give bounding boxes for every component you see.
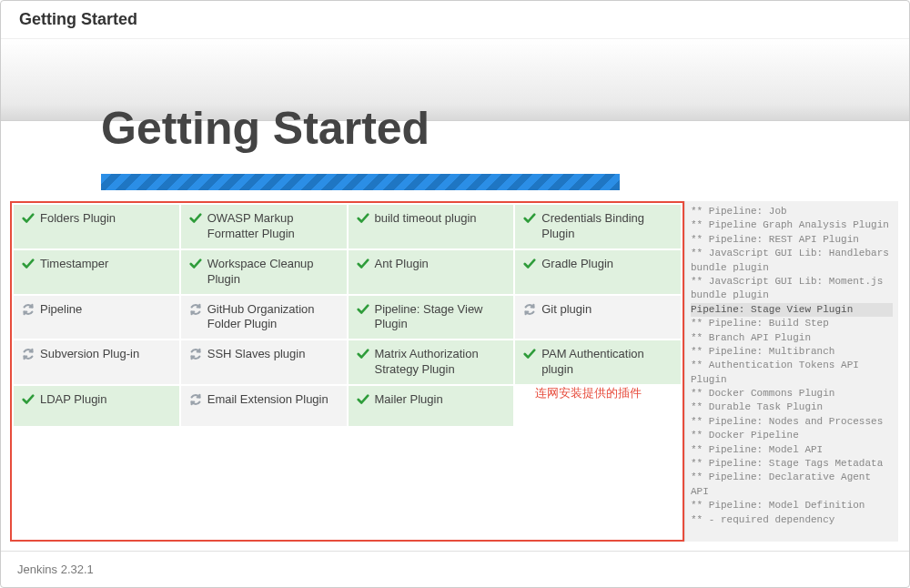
check-icon [523, 212, 536, 225]
plugin-name: build timeout plugin [375, 211, 477, 227]
refresh-icon [22, 303, 35, 316]
log-line: ** - required dependency [691, 513, 893, 527]
version-label: Jenkins 2.32.1 [17, 563, 94, 576]
check-icon [357, 348, 369, 360]
plugin-cell: GitHub Organization Folder Plugin [181, 296, 347, 340]
check-icon [357, 393, 369, 406]
plugin-cell: PAM Authentication plugin [515, 340, 681, 384]
plugin-cell: Pipeline [14, 296, 179, 340]
plugin-name: Email Extension Plugin [207, 392, 329, 408]
plugin-name: Folders Plugin [40, 211, 116, 227]
plugin-name: Ant Plugin [375, 257, 429, 272]
check-icon [189, 212, 202, 225]
plugin-grid-container: Folders PluginOWASP Markup Formatter Plu… [10, 201, 684, 542]
log-line: ** Authentication Tokens API Plugin [691, 359, 893, 387]
plugin-name: Gradle Plugin [541, 257, 613, 272]
plugin-name: Git plugin [541, 302, 592, 318]
plugin-name: Pipeline [40, 302, 82, 318]
page-title: Getting Started [101, 102, 430, 155]
plugin-cell: SSH Slaves plugin [181, 340, 347, 384]
plugin-name: SSH Slaves plugin [207, 347, 306, 362]
check-icon [523, 348, 536, 360]
log-line: ** Pipeline: Stage Tags Metadata [691, 457, 893, 471]
check-icon [189, 258, 202, 270]
plugin-cell: LDAP Plugin [14, 386, 179, 426]
refresh-icon [189, 393, 202, 406]
install-progress [101, 174, 620, 190]
plugin-name: Mailer Plugin [375, 392, 443, 408]
plugin-cell: build timeout plugin [349, 205, 514, 248]
plugin-cell: Mailer Plugin [349, 386, 514, 426]
log-line: Pipeline: Stage View Plugin [691, 303, 893, 317]
install-log-panel: ** Pipeline: Job** Pipeline Graph Analys… [684, 201, 898, 542]
hero-area: Getting Started [1, 39, 909, 121]
log-line: ** Durable Task Plugin [691, 400, 893, 414]
log-line: ** Pipeline: Model Definition [691, 499, 893, 512]
log-line: ** Pipeline: Multibranch [691, 345, 893, 359]
log-line: ** Pipeline: Job [691, 205, 893, 218]
plugin-name: PAM Authentication plugin [541, 347, 672, 378]
log-line: ** Pipeline: Model API [691, 443, 893, 457]
plugin-cell: OWASP Markup Formatter Plugin [181, 205, 347, 248]
log-line: ** Pipeline: Nodes and Processes [691, 415, 893, 429]
plugin-cell: Subversion Plug-in [14, 340, 179, 384]
check-icon [22, 393, 35, 406]
check-icon [523, 258, 536, 270]
plugin-name: Timestamper [40, 257, 108, 272]
refresh-icon [189, 303, 202, 316]
check-icon [357, 212, 369, 225]
plugin-cell: Timestamper [14, 250, 179, 294]
refresh-icon [22, 348, 35, 360]
log-line: ** JavaScript GUI Lib: Moment.js bundle … [691, 275, 893, 303]
log-line: ** Pipeline: REST API Plugin [691, 233, 893, 247]
plugin-cell: Ant Plugin [349, 250, 514, 294]
plugin-cell: Gradle Plugin [515, 250, 681, 294]
window-header: Getting Started [1, 1, 909, 39]
plugin-cell: Credentials Binding Plugin [515, 205, 681, 248]
refresh-icon [189, 348, 202, 360]
log-line: ** JavaScript GUI Lib: Handlebars bundle… [691, 247, 893, 275]
plugin-name: Workspace Cleanup Plugin [207, 257, 339, 288]
plugin-cell: Email Extension Plugin [181, 386, 347, 426]
check-icon [22, 212, 35, 225]
main-content: Folders PluginOWASP Markup Formatter Plu… [10, 201, 898, 542]
install-progress-fill [101, 174, 620, 190]
refresh-icon [523, 303, 536, 316]
footer: Jenkins 2.32.1 [1, 551, 909, 587]
log-line: ** Docker Commons Plugin [691, 387, 893, 400]
plugin-name: Pipeline: Stage View Plugin [375, 302, 506, 333]
annotation-label: 连网安装提供的插件 [535, 385, 642, 401]
log-line: ** Docker Pipeline [691, 429, 893, 442]
plugin-cell: Folders Plugin [14, 205, 179, 248]
plugin-cell: Git plugin [515, 296, 681, 340]
log-line: ** Pipeline: Declarative Agent API [691, 471, 893, 499]
plugin-cell: Pipeline: Stage View Plugin [349, 296, 514, 340]
check-icon [357, 258, 369, 270]
plugin-name: Matrix Authorization Strategy Plugin [375, 347, 506, 378]
plugin-name: LDAP Plugin [40, 392, 106, 408]
plugin-name: Credentials Binding Plugin [541, 211, 672, 242]
window-title: Getting Started [19, 10, 137, 28]
log-line: ** Pipeline: Build Step [691, 317, 893, 330]
plugin-name: OWASP Markup Formatter Plugin [207, 211, 339, 242]
plugin-cell: Workspace Cleanup Plugin [181, 250, 347, 294]
log-line: ** Branch API Plugin [691, 331, 893, 345]
plugin-cell: Matrix Authorization Strategy Plugin [349, 340, 514, 384]
plugin-name: GitHub Organization Folder Plugin [207, 302, 339, 333]
check-icon [357, 303, 369, 316]
plugin-name: Subversion Plug-in [40, 347, 139, 362]
check-icon [22, 258, 35, 270]
log-line: ** Pipeline Graph Analysis Plugin [691, 218, 893, 232]
